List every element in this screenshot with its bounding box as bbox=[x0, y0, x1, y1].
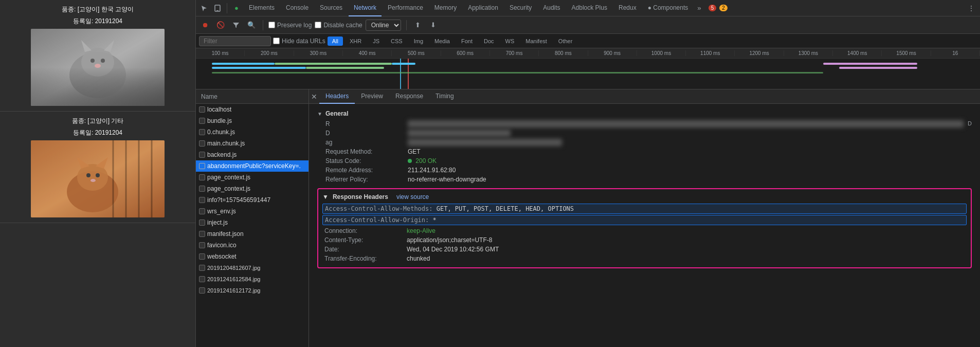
file-item-inject[interactable]: inject.js bbox=[196, 217, 308, 228]
detail-tab-headers[interactable]: Headers bbox=[319, 89, 355, 104]
cat-card-2: 품종: [고양이] 기타 등록일: 20191204 bbox=[0, 112, 195, 223]
file-item-favicon[interactable]: favicon.ico bbox=[196, 240, 308, 251]
hide-data-urls-checkbox[interactable] bbox=[273, 38, 280, 44]
filter-bar: Hide data URLs All XHR JS CSS Img Media … bbox=[196, 34, 980, 48]
device-icon[interactable] bbox=[211, 2, 224, 14]
filter-doc-btn[interactable]: Doc bbox=[479, 36, 499, 46]
ext-icon[interactable]: ● bbox=[230, 2, 243, 14]
file-item-info[interactable]: info?t=1575456591447 bbox=[196, 194, 308, 206]
cursor-icon[interactable] bbox=[198, 2, 210, 14]
filter-icon[interactable] bbox=[230, 19, 242, 31]
file-name-img1: 20191204812607.jpg bbox=[207, 265, 260, 271]
request-bar-3 bbox=[392, 63, 415, 65]
file-item-0chunk[interactable]: 0.chunk.js bbox=[196, 126, 308, 138]
file-item-img1[interactable]: 20191204812607.jpg bbox=[196, 262, 308, 273]
filter-img-btn[interactable]: Img bbox=[409, 36, 428, 46]
upload-icon[interactable]: ⬆ bbox=[412, 19, 424, 31]
detail-tab-preview[interactable]: Preview bbox=[355, 89, 389, 104]
request-doc-value bbox=[408, 130, 511, 137]
more-tabs-button[interactable]: » bbox=[694, 0, 704, 16]
filter-media-btn[interactable]: Media bbox=[430, 36, 455, 46]
filter-ws-btn[interactable]: WS bbox=[501, 36, 519, 46]
file-item-websocket[interactable]: websocket bbox=[196, 251, 308, 262]
tab-adblock[interactable]: Adblock Plus bbox=[567, 0, 612, 16]
resource-timing-bar bbox=[212, 72, 824, 74]
file-item-abandonment[interactable]: abandonmentPublic?serviceKey=. bbox=[196, 160, 308, 172]
record-button[interactable]: ⏺ bbox=[199, 19, 211, 31]
disable-cache-checkbox[interactable] bbox=[315, 22, 321, 28]
tab-audits[interactable]: Audits bbox=[538, 0, 565, 16]
disable-cache-label[interactable]: Disable cache bbox=[315, 22, 362, 29]
file-item-bundle[interactable]: bundle.js bbox=[196, 115, 308, 126]
file-item-mainchunk[interactable]: main.chunk.js bbox=[196, 138, 308, 149]
svg-rect-24 bbox=[216, 10, 219, 11]
filter-css-btn[interactable]: CSS bbox=[386, 36, 407, 46]
general-section-header[interactable]: ▼ General bbox=[317, 108, 972, 119]
detail-tab-timing[interactable]: Timing bbox=[429, 89, 460, 104]
tab-performance[interactable]: Performance bbox=[383, 0, 428, 16]
detail-tab-bar: ✕ Headers Preview Response Timing bbox=[309, 89, 980, 104]
close-detail-button[interactable]: ✕ bbox=[309, 92, 319, 102]
file-checkbox-info bbox=[199, 197, 205, 203]
file-item-img3[interactable]: 20191241612172.jpg bbox=[196, 285, 308, 296]
tab-security[interactable]: Security bbox=[504, 0, 537, 16]
preserve-log-checkbox[interactable] bbox=[268, 22, 275, 28]
tab-console[interactable]: Console bbox=[281, 0, 314, 16]
request-bar-2 bbox=[275, 63, 392, 65]
file-item-pagecontext1[interactable]: page_context.js bbox=[196, 172, 308, 183]
file-checkbox-inject bbox=[199, 220, 205, 226]
settings-button[interactable]: ⋮ bbox=[965, 0, 978, 16]
clear-button[interactable]: 🚫 bbox=[214, 19, 227, 31]
file-name-inject: inject.js bbox=[207, 219, 228, 226]
tab-elements[interactable]: Elements bbox=[244, 0, 280, 16]
header-access-origin: Access-Control-Allow-Origin: * bbox=[322, 215, 967, 225]
tab-redux[interactable]: Redux bbox=[613, 0, 642, 16]
file-item-pagecontext2[interactable]: page_context.js bbox=[196, 183, 308, 194]
file-name-pagecontext1: page_context.js bbox=[207, 174, 250, 181]
filter-all-btn[interactable]: All bbox=[328, 36, 343, 46]
request-agent-key: ag bbox=[325, 139, 408, 146]
file-item-wrsenv[interactable]: wrs_env.js bbox=[196, 206, 308, 217]
filter-input[interactable] bbox=[199, 36, 271, 46]
header-content-type: Content-Type: application/json;charset=U… bbox=[322, 235, 967, 245]
response-headers-title-row: ▼ Response Headers view source bbox=[322, 193, 967, 200]
file-checkbox-backend bbox=[199, 152, 205, 158]
status-code-key: Status Code: bbox=[325, 157, 408, 165]
file-item-img2[interactable]: 20191241612584.jpg bbox=[196, 273, 308, 285]
referrer-policy-row: Referrer Policy: no-referrer-when-downgr… bbox=[317, 175, 972, 184]
response-headers-section: ▼ Response Headers view source Access-Co… bbox=[317, 188, 972, 268]
tab-sources[interactable]: Sources bbox=[315, 0, 348, 16]
file-item-manifest[interactable]: manifest.json bbox=[196, 228, 308, 240]
error-badge: 5 bbox=[709, 5, 717, 11]
request-method-key: Request Method: bbox=[325, 148, 408, 155]
tick-1500: 1500 ms bbox=[882, 50, 931, 56]
request-bar-7 bbox=[839, 67, 918, 69]
detail-tab-response[interactable]: Response bbox=[389, 89, 429, 104]
search-button[interactable]: 🔍 bbox=[245, 19, 258, 31]
view-source-link[interactable]: view source bbox=[396, 193, 429, 200]
left-panel: 품종: [고양이] 한국 고양이 등록일: 20191204 bbox=[0, 0, 195, 347]
download-icon[interactable]: ⬇ bbox=[427, 19, 440, 31]
tab-network[interactable]: Network bbox=[349, 0, 382, 16]
timeline-ruler: 100 ms 200 ms 300 ms 400 ms 500 ms 600 m… bbox=[196, 48, 980, 59]
file-item-backend[interactable]: backend.js bbox=[196, 149, 308, 160]
tick-700: 700 ms bbox=[490, 50, 539, 56]
timeline[interactable]: 100 ms 200 ms 300 ms 400 ms 500 ms 600 m… bbox=[196, 48, 980, 89]
filter-other-btn[interactable]: Other bbox=[554, 36, 577, 46]
cat-image-1 bbox=[31, 29, 165, 106]
preserve-log-label[interactable]: Preserve log bbox=[268, 22, 312, 29]
file-item-localhost[interactable]: localhost bbox=[196, 104, 308, 115]
throttle-select[interactable]: Online bbox=[366, 20, 401, 31]
tab-application[interactable]: Application bbox=[463, 0, 503, 16]
filter-font-btn[interactable]: Font bbox=[457, 36, 477, 46]
warning-badge: 2 bbox=[719, 5, 728, 11]
header-connection: Connection: keep-Alive bbox=[322, 226, 967, 235]
hide-data-urls-label[interactable]: Hide data URLs bbox=[273, 38, 325, 45]
filter-xhr-btn[interactable]: XHR bbox=[345, 36, 366, 46]
filter-manifest-btn[interactable]: Manifest bbox=[521, 36, 552, 46]
tab-memory[interactable]: Memory bbox=[429, 0, 462, 16]
cat-card-1-title-line2: 등록일: 20191204 bbox=[5, 17, 190, 26]
remote-address-value: 211.241.91.62:80 bbox=[408, 167, 456, 174]
filter-js-btn[interactable]: JS bbox=[368, 36, 384, 46]
tab-components[interactable]: ● Components bbox=[643, 0, 694, 16]
